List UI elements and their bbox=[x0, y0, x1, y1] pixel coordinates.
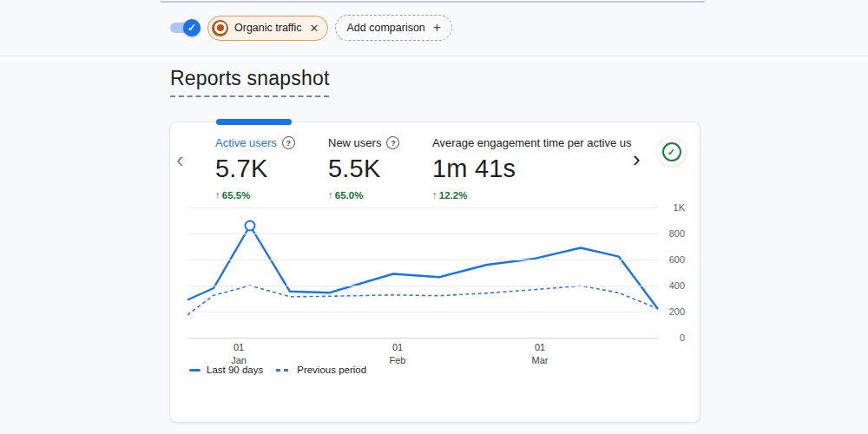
active-metric-tab-indicator bbox=[216, 119, 292, 125]
peak-data-point-marker[interactable] bbox=[246, 221, 255, 231]
metric-label: New users bbox=[328, 136, 381, 149]
help-icon[interactable]: ? bbox=[386, 136, 399, 149]
chart-legend: Last 90 daysPrevious period bbox=[189, 365, 366, 375]
organic-traffic-icon bbox=[212, 20, 228, 36]
gridline bbox=[187, 207, 658, 208]
header-divider bbox=[0, 56, 868, 56]
y-axis-tick-label: 0 bbox=[662, 332, 685, 343]
gridline bbox=[187, 260, 658, 260]
y-axis-tick-label: 1K bbox=[662, 202, 685, 213]
page-title: Reports snapshot bbox=[170, 67, 329, 97]
x-axis-tick-label: 01Jan bbox=[220, 341, 258, 367]
metric-value: 5.7K bbox=[215, 155, 295, 183]
arrow-up-icon: ↑ bbox=[432, 190, 437, 201]
x-axis-tick-label: 01Mar bbox=[521, 341, 559, 367]
check-icon: ✓ bbox=[187, 22, 196, 34]
line-chart bbox=[187, 207, 658, 338]
comparison-toolbar: ✓ Organic traffic ✕ Add comparison + bbox=[169, 14, 452, 42]
check-circle-icon: ✓ bbox=[662, 142, 681, 161]
add-comparison-label: Add comparison bbox=[346, 22, 424, 34]
data-quality-button[interactable]: ✓ bbox=[656, 136, 687, 167]
metric-value: 5.5K bbox=[328, 155, 399, 183]
arrow-up-icon: ↑ bbox=[215, 190, 220, 201]
y-axis-tick-label: 800 bbox=[662, 228, 685, 239]
series-line-1 bbox=[187, 286, 658, 315]
help-icon[interactable]: ? bbox=[282, 136, 295, 149]
metric-label: Active users bbox=[215, 136, 277, 149]
metric-value: 1m 41s bbox=[432, 155, 641, 183]
overview-card: ‹ Active users ? 5.7K ↑ 65.5% New users … bbox=[169, 122, 700, 423]
y-axis-tick-label: 600 bbox=[662, 254, 685, 265]
metric-change: ↑ 65.5% bbox=[215, 190, 295, 201]
gridline bbox=[187, 312, 658, 312]
top-hairline bbox=[161, 1, 705, 3]
x-axis-tick-label: 01Feb bbox=[378, 341, 417, 367]
y-axis-tick-label: 200 bbox=[662, 306, 685, 317]
chip-close-icon[interactable]: ✕ bbox=[310, 22, 319, 35]
comparison-chip-organic-traffic[interactable]: Organic traffic ✕ bbox=[207, 16, 328, 41]
y-axis-tick-label: 400 bbox=[662, 280, 685, 291]
metric-change: ↑ 65.0% bbox=[328, 190, 399, 201]
next-metrics-button[interactable]: › bbox=[633, 148, 641, 170]
legend-solid-line-icon bbox=[189, 369, 201, 372]
metric-tab-new-users[interactable]: New users ? 5.5K ↑ 65.0% bbox=[328, 136, 399, 201]
comparison-toggle[interactable]: ✓ bbox=[169, 19, 201, 36]
legend-dashed-line-icon bbox=[276, 369, 291, 372]
plus-icon: + bbox=[433, 21, 441, 35]
metric-tab-active-users[interactable]: Active users ? 5.7K ↑ 65.5% bbox=[215, 136, 295, 201]
gridline bbox=[187, 338, 658, 339]
gridline bbox=[187, 286, 658, 286]
chart-svg bbox=[187, 207, 658, 338]
chip-label: Organic traffic bbox=[234, 22, 302, 34]
arrow-up-icon: ↑ bbox=[328, 190, 333, 201]
prev-metrics-button[interactable]: ‹ bbox=[176, 148, 184, 171]
add-comparison-button[interactable]: Add comparison + bbox=[335, 15, 452, 41]
toggle-thumb: ✓ bbox=[183, 19, 201, 36]
gridline bbox=[187, 233, 658, 234]
legend-label: Previous period bbox=[297, 365, 366, 375]
metric-tab-avg-engagement-time[interactable]: Average engagement time per active us 1m… bbox=[432, 136, 641, 201]
metric-label: Average engagement time per active us bbox=[432, 136, 632, 149]
metric-change: ↑ 12.2% bbox=[432, 190, 641, 201]
series-line-0 bbox=[187, 226, 658, 309]
